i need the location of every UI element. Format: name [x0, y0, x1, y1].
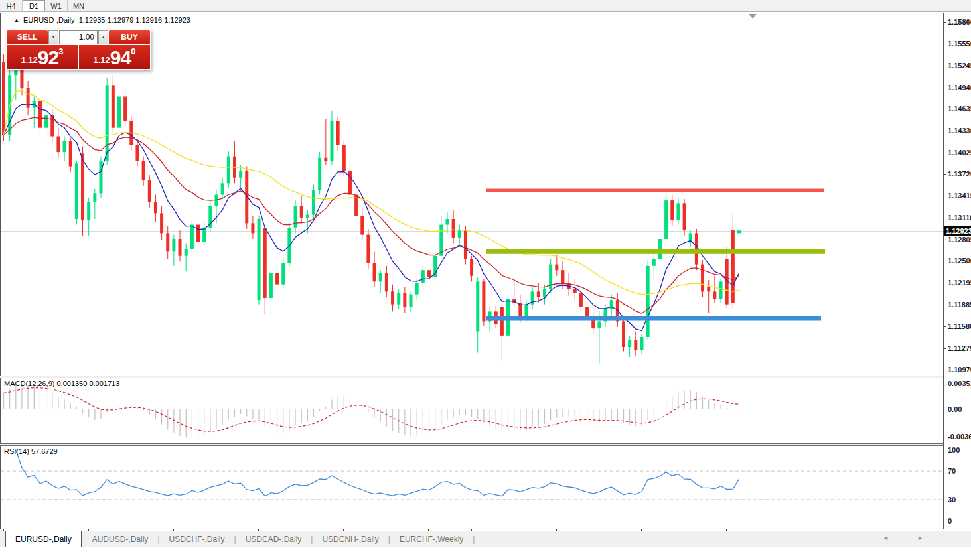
candle-body[interactable] — [579, 293, 583, 307]
macd-pane[interactable]: MACD(12,26,9) 0.001350 0.001713 — [0, 378, 943, 443]
candle-body[interactable] — [452, 219, 455, 238]
candle-body[interactable] — [713, 291, 716, 299]
rsi-pane[interactable]: RSI(14) 57.6729 — [0, 446, 943, 529]
candle-body[interactable] — [707, 287, 710, 291]
candle-body[interactable] — [391, 291, 394, 304]
candle-body[interactable] — [500, 307, 504, 336]
candle-body[interactable] — [112, 85, 115, 127]
candle-body[interactable] — [306, 215, 309, 218]
candle-body[interactable] — [75, 163, 78, 219]
candle-body[interactable] — [44, 115, 48, 127]
candle-body[interactable] — [628, 340, 631, 347]
candle-body[interactable] — [537, 291, 540, 297]
candle-body[interactable] — [245, 171, 248, 223]
scroll-tabs-left-icon[interactable]: ◄ — [883, 535, 889, 541]
volume-decrease-button[interactable]: ▼ — [48, 30, 58, 44]
candle-body[interactable] — [470, 259, 473, 276]
candle-body[interactable] — [227, 157, 230, 184]
candle-body[interactable] — [63, 141, 66, 152]
candle-body[interactable] — [336, 121, 340, 145]
candle-body[interactable] — [69, 141, 72, 167]
candle-body[interactable] — [701, 265, 704, 292]
candle-body[interactable] — [239, 171, 242, 178]
candle-body[interactable] — [464, 230, 467, 259]
timeframe-tab-h4[interactable]: H4 — [0, 0, 23, 11]
candle-body[interactable] — [676, 203, 680, 220]
candle-body[interactable] — [281, 263, 285, 284]
chart-tab-eurusd-daily[interactable]: EURUSD-,Daily — [5, 531, 82, 547]
candle-body[interactable] — [410, 295, 413, 307]
scroll-tabs-right-icon[interactable]: ► — [917, 535, 923, 541]
buy-button[interactable]: BUY — [109, 30, 150, 44]
candle-body[interactable] — [664, 200, 668, 239]
candle-body[interactable] — [179, 239, 182, 256]
candle-body[interactable] — [403, 293, 406, 307]
buy-price-tile[interactable]: 1.12940 — [79, 45, 150, 69]
candle-body[interactable] — [561, 270, 564, 283]
candle-body[interactable] — [100, 161, 103, 193]
candle-body[interactable] — [269, 273, 273, 298]
candle-body[interactable] — [275, 273, 279, 284]
candle-body[interactable] — [56, 137, 60, 153]
candle-body[interactable] — [573, 289, 577, 293]
candle-body[interactable] — [445, 219, 449, 225]
candle-body[interactable] — [312, 190, 315, 214]
candle-body[interactable] — [166, 233, 169, 251]
candle-body[interactable] — [251, 223, 254, 233]
candle-body[interactable] — [397, 293, 400, 305]
price-axis[interactable]: 1.12923 1.158601.155501.152451.149401.14… — [944, 13, 971, 529]
candle-body[interactable] — [202, 228, 206, 242]
candle-body[interactable] — [597, 321, 601, 328]
candle-body[interactable] — [160, 213, 163, 233]
timeframe-tab-w1[interactable]: W1 — [45, 0, 68, 11]
candle-body[interactable] — [117, 96, 121, 127]
candle-body[interactable] — [458, 230, 461, 238]
collapse-panel-icon[interactable]: ▲ — [14, 17, 19, 23]
candle-body[interactable] — [2, 62, 5, 135]
candle-body[interactable] — [719, 281, 723, 299]
candle-body[interactable] — [287, 228, 291, 263]
moving-average-8[interactable] — [4, 104, 739, 331]
candle-body[interactable] — [360, 216, 364, 235]
candle-body[interactable] — [385, 273, 388, 291]
candle-body[interactable] — [439, 225, 443, 256]
candle-body[interactable] — [555, 265, 558, 271]
rsi-chart[interactable] — [1, 446, 944, 529]
candle-body[interactable] — [300, 206, 303, 218]
candle-body[interactable] — [543, 289, 546, 297]
candle-body[interactable] — [646, 266, 650, 337]
candle-body[interactable] — [93, 193, 96, 202]
candle-body[interactable] — [634, 340, 637, 350]
candle-body[interactable] — [172, 239, 175, 251]
candle-body[interactable] — [154, 202, 157, 213]
timeframe-tab-mn[interactable]: MN — [68, 0, 90, 11]
chart-tab-usdchf-daily[interactable]: USDCHF-,Daily — [160, 531, 234, 547]
candle-body[interactable] — [342, 145, 346, 171]
candle-body[interactable] — [106, 85, 109, 161]
candle-body[interactable] — [135, 145, 139, 161]
candle-body[interactable] — [415, 283, 419, 294]
candle-body[interactable] — [258, 219, 261, 300]
candle-body[interactable] — [683, 203, 686, 230]
volume-input[interactable] — [59, 30, 98, 44]
moving-average-21[interactable] — [4, 117, 739, 313]
candle-body[interactable] — [476, 281, 479, 331]
chart-tab-usdcnh-daily[interactable]: USDCNH-,Daily — [313, 531, 388, 547]
candle-body[interactable] — [622, 321, 625, 347]
candle-body[interactable] — [373, 263, 376, 281]
candle-body[interactable] — [318, 158, 321, 190]
candle-body[interactable] — [670, 200, 674, 220]
candle-body[interactable] — [421, 270, 425, 283]
candle-body[interactable] — [695, 233, 698, 264]
chart-tab-usdcad-daily[interactable]: USDCAD-,Daily — [236, 531, 311, 547]
candle-body[interactable] — [379, 273, 382, 281]
macd-chart[interactable] — [1, 378, 944, 443]
chart-tab-eurchf-weekly[interactable]: EURCHF-,Weekly — [390, 531, 473, 547]
chart-tab-audusd-daily[interactable]: AUDUSD-,Daily — [83, 531, 158, 547]
candle-body[interactable] — [142, 161, 145, 180]
chart-shift-marker-icon[interactable] — [749, 14, 757, 19]
candle-body[interactable] — [324, 158, 327, 161]
candle-body[interactable] — [263, 228, 267, 298]
candle-body[interactable] — [81, 153, 84, 220]
volume-increase-button[interactable]: ▲ — [98, 30, 108, 44]
